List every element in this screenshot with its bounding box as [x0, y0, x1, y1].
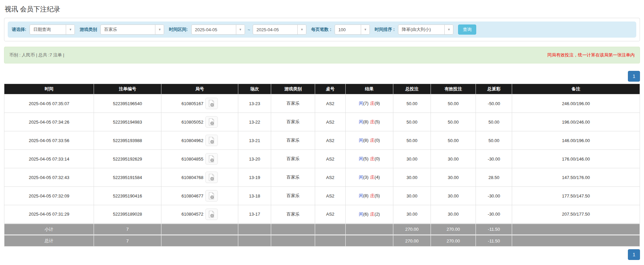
video-replay-button[interactable]	[205, 209, 218, 220]
total-bet-link[interactable]: 50.00	[393, 94, 431, 113]
remark: 146.00/196.00	[512, 131, 640, 150]
video-replay-button[interactable]	[205, 116, 218, 128]
table-row: 2025-04-05 07:34:26 522395194983 6108050…	[4, 113, 640, 131]
date-from-select[interactable]: 2025-04-05 ▼	[191, 25, 245, 35]
game-type: 百家乐	[271, 94, 315, 113]
date-from-value: 2025-04-05	[192, 27, 236, 32]
time-sort-select[interactable]: 降幂(由大到小) ▼	[398, 25, 453, 35]
player-result-points: (8)	[363, 193, 368, 198]
total-bet-link[interactable]: 30.00	[393, 150, 431, 168]
subtotal-total-bet: 270.00	[393, 224, 431, 235]
chevron-down-icon[interactable]: ▼	[66, 25, 75, 34]
total-total-bet: 270.00	[393, 235, 431, 247]
table-number: AS2	[315, 131, 346, 150]
payout: -50.00	[476, 94, 512, 113]
chevron-down-icon[interactable]: ▼	[297, 25, 306, 34]
round-id: 610805052	[182, 120, 203, 125]
round-id: 610804855	[182, 157, 203, 162]
banker-result-points: (4)	[375, 175, 380, 180]
page-1-button[interactable]: 1	[628, 249, 640, 260]
game-type: 百家乐	[271, 113, 315, 131]
game-type-label: 游戏类别	[80, 27, 97, 33]
round-id: 610804572	[182, 212, 203, 217]
video-replay-icon	[208, 174, 215, 181]
table-number: AS2	[315, 113, 346, 131]
col-round-id: 局号	[161, 84, 238, 94]
col-bet-id: 注单编号	[94, 84, 161, 94]
video-replay-button[interactable]	[205, 190, 218, 202]
round-id: 610804677	[182, 193, 203, 198]
bet-time: 2025-04-05 07:35:07	[4, 94, 94, 113]
table-row: 2025-04-05 07:32:43 522395191584 6108047…	[4, 168, 640, 187]
page-size-select[interactable]: 100 ▼	[335, 25, 370, 35]
valid-bet: 30.00	[431, 187, 476, 205]
total-bet-link[interactable]: 50.00	[393, 131, 431, 150]
game-type: 百家乐	[271, 150, 315, 168]
col-total-bet: 总投注	[393, 84, 431, 94]
video-replay-icon	[208, 211, 215, 218]
banker-result-label: 庄	[370, 138, 375, 143]
player-result-points: (5)	[363, 156, 368, 161]
player-result-label: 闲	[359, 175, 363, 180]
video-replay-button[interactable]	[205, 135, 218, 146]
banker-result-points: (2)	[375, 212, 380, 217]
chevron-down-icon[interactable]: ▼	[236, 25, 245, 34]
query-mode-value: 日期查询	[30, 27, 66, 33]
result: 闲(8)庄(5)	[346, 187, 393, 205]
game-type: 百家乐	[271, 168, 315, 187]
session: 13-23	[238, 94, 271, 113]
query-mode-select[interactable]: 日期查询 ▼	[30, 25, 75, 35]
video-replay-button[interactable]	[205, 172, 218, 183]
page-size-value: 100	[335, 27, 361, 32]
round-cell: 610804677	[161, 187, 238, 205]
remark: 177.50/147.50	[512, 187, 640, 205]
date-to-select[interactable]: 2025-04-05 ▼	[253, 25, 306, 35]
result: 闲(6)庄(2)	[346, 205, 393, 224]
round-cell: 610805052	[161, 113, 238, 131]
table-number: AS2	[315, 150, 346, 168]
game-type-value: 百家乐	[101, 27, 155, 33]
page-title: 视讯 会员下注纪录	[5, 5, 639, 14]
video-replay-button[interactable]	[205, 98, 218, 109]
session: 13-19	[238, 168, 271, 187]
result: 闲(7)庄(9)	[346, 94, 393, 113]
col-time: 时间	[4, 84, 94, 94]
game-type-select[interactable]: 百家乐 ▼	[100, 25, 164, 35]
search-button[interactable]: 查询	[458, 25, 476, 35]
player-result-label: 闲	[359, 156, 363, 161]
session: 13-21	[238, 131, 271, 150]
video-replay-icon	[208, 100, 215, 107]
round-id: 610804962	[182, 138, 203, 143]
round-cell: 610804855	[161, 150, 238, 168]
page: 视讯 会员下注纪录 请选择: 日期查询 ▼ 游戏类别 百家乐 ▼ 时间区间: 2…	[0, 0, 644, 260]
table-number: AS2	[315, 168, 346, 187]
remark: 176.00/146.00	[512, 150, 640, 168]
player-result-points: (8)	[363, 119, 368, 124]
bet-id: 522395193988	[94, 131, 161, 150]
total-bet-link[interactable]: 30.00	[393, 168, 431, 187]
session: 13-22	[238, 113, 271, 131]
payout: 50.00	[476, 113, 512, 131]
session: 13-20	[238, 150, 271, 168]
page-1-button[interactable]: 1	[628, 71, 640, 82]
video-replay-button[interactable]	[205, 153, 218, 165]
subtotal-valid-bet: 270.00	[431, 224, 476, 235]
total-bet-link[interactable]: 30.00	[393, 205, 431, 224]
result: 闲(8)庄(5)	[346, 113, 393, 131]
player-result-label: 闲	[359, 101, 363, 106]
payout: -30.00	[476, 187, 512, 205]
game-type: 百家乐	[271, 205, 315, 224]
table-row: 2025-04-05 07:35:07 522395196540 6108051…	[4, 94, 640, 113]
col-payout: 总派彩	[476, 84, 512, 94]
chevron-down-icon[interactable]: ▼	[361, 25, 369, 34]
chevron-down-icon[interactable]: ▼	[155, 25, 164, 34]
table-number: AS2	[315, 205, 346, 224]
payout: -30.00	[476, 205, 512, 224]
valid-bet: 30.00	[431, 205, 476, 224]
total-bet-link[interactable]: 50.00	[393, 113, 431, 131]
chevron-down-icon[interactable]: ▼	[444, 25, 453, 34]
bet-id: 522395189028	[94, 205, 161, 224]
total-bet-link[interactable]: 30.00	[393, 187, 431, 205]
result: 闲(3)庄(4)	[346, 168, 393, 187]
total-row: 总计 7 270.00 270.00 -11.50	[4, 235, 640, 247]
